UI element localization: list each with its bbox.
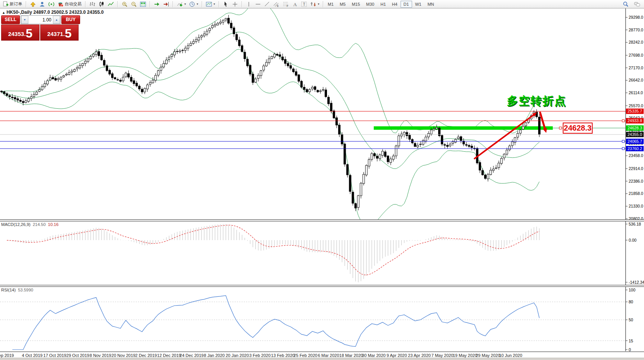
timeframe-button-m1[interactable]: M1 (325, 1, 337, 8)
profile-icon[interactable] (38, 0, 47, 8)
volume-increase-button[interactable]: ▲ (53, 16, 60, 24)
arrows-button[interactable]: ▾ (309, 0, 321, 8)
templates-icon (206, 1, 212, 7)
timeframe-button-h1[interactable]: H1 (377, 1, 389, 8)
line-endpoint-handle[interactable] (622, 147, 624, 150)
candle (282, 57, 284, 60)
fibonacci-button[interactable]: F (281, 0, 290, 8)
periods-button[interactable]: ▾ (187, 0, 200, 8)
dropdown-caret-icon[interactable]: ▾ (318, 2, 319, 6)
timeframe-button-m15[interactable]: M15 (349, 1, 363, 8)
main-chart-canvas[interactable]: 29298.028770.028242.027698.027170.026642… (0, 8, 644, 219)
candle (479, 162, 481, 170)
toolbar-right-icons (621, 0, 644, 8)
zoom-in-button[interactable] (120, 0, 129, 8)
candle (379, 155, 381, 159)
crosshair-button[interactable] (230, 0, 240, 8)
line-endpoint-handle[interactable] (622, 140, 624, 142)
candle (130, 77, 132, 82)
macd-signal-line (7, 225, 539, 275)
sell-price-display[interactable]: 24353.5 (1, 25, 39, 41)
dropdown-caret-icon[interactable]: ▾ (214, 2, 215, 6)
sell-button[interactable]: SELL (1, 15, 20, 24)
equidistant-channel-button[interactable]: E (272, 0, 281, 8)
date-label: 3 Sep 2019 (0, 353, 14, 358)
timeframe-button-w1[interactable]: W1 (412, 1, 425, 8)
rsi-panel-canvas[interactable]: 1008050150 (0, 287, 644, 351)
indicators-button[interactable]: ▾ (175, 0, 187, 8)
candle (1, 91, 3, 92)
svg-text:27170.0: 27170.0 (629, 65, 643, 70)
timeframe-button-m30[interactable]: M30 (363, 1, 377, 8)
candle (301, 81, 302, 87)
candle (233, 28, 235, 34)
candle (171, 54, 173, 57)
new-order-button[interactable]: 新订单 (1, 0, 24, 8)
timeframe-button-d1[interactable]: D1 (401, 1, 412, 8)
candle (106, 65, 108, 70)
auto-trading-button[interactable]: 自动交易 (56, 0, 83, 8)
candle (60, 77, 62, 79)
candle (260, 70, 262, 75)
candle (17, 99, 19, 100)
candle (333, 111, 335, 118)
timeframe-button-h4[interactable]: H4 (389, 1, 401, 8)
toolbar-group: 自动交易 (28, 0, 84, 8)
candle (87, 59, 89, 62)
toolbar-separator (202, 1, 202, 7)
candle (347, 165, 348, 175)
templates-button[interactable]: ▾ (204, 0, 217, 8)
auto-scroll-button[interactable] (152, 0, 161, 8)
line-chart-icon (108, 1, 114, 7)
date-label: 3 Feb 2020 (249, 353, 271, 358)
trendline-button[interactable] (263, 0, 272, 8)
signals-icon[interactable] (47, 0, 56, 8)
volume-input[interactable] (28, 16, 53, 24)
text-button[interactable]: A (290, 0, 299, 8)
svg-text:23458.0: 23458.0 (629, 153, 643, 158)
zoom-out-button[interactable] (129, 0, 138, 8)
candle (484, 175, 486, 178)
tile-windows-button[interactable] (138, 0, 148, 8)
candle (468, 146, 470, 147)
candle (33, 94, 35, 97)
down-trend-arrow[interactable] (540, 113, 545, 128)
text-label-button[interactable]: T (299, 0, 309, 8)
chart-shift-button[interactable] (161, 0, 171, 8)
timeframe-button-m5[interactable]: M5 (337, 1, 348, 8)
up-trend-arrow[interactable] (475, 115, 534, 159)
line-chart-button[interactable] (106, 0, 115, 8)
timeframe-button-mn[interactable]: MN (424, 1, 437, 8)
buy-price-display[interactable]: 24371.5 (40, 25, 79, 41)
candle (120, 80, 122, 81)
vertical-line-button[interactable] (244, 0, 253, 8)
candle (498, 163, 500, 168)
dropdown-caret-icon[interactable]: ▾ (197, 2, 198, 6)
auto-trading-icon (58, 1, 64, 7)
candle (401, 134, 402, 136)
turning-point-annotation[interactable]: 多空转折点 (507, 93, 566, 109)
line-endpoint-handle[interactable] (622, 119, 624, 122)
date-axis[interactable]: 3 Sep 20194 Oct 201917 Oct 201929 Oct 20… (0, 352, 644, 358)
macd-panel-canvas[interactable]: 536.180.00-1412.34 (0, 221, 644, 285)
cursor-button[interactable] (221, 0, 230, 8)
candle (503, 154, 505, 158)
candle (25, 101, 27, 103)
collapse-triangle-icon[interactable]: ▲ (2, 11, 5, 15)
mql-community-icon[interactable] (28, 0, 38, 8)
toolbar-button-label: 自动交易 (65, 1, 82, 7)
buy-button[interactable]: BUY (61, 15, 80, 24)
chat-icon[interactable] (632, 0, 642, 8)
svg-text:536.18: 536.18 (629, 222, 641, 226)
volume-spinner: ▼ ▲ (21, 15, 61, 24)
dropdown-caret-icon[interactable]: ▾ (184, 2, 186, 6)
search-icon[interactable] (621, 0, 630, 8)
band-endpoint-handle[interactable] (559, 127, 562, 129)
date-label: 20 Nov 2019 (112, 353, 135, 358)
bar-chart-button[interactable] (88, 0, 97, 8)
price-level-box-annotation[interactable]: 24628.3 (563, 123, 593, 134)
volume-decrease-button[interactable]: ▼ (21, 16, 28, 24)
candlestick-chart-button[interactable] (97, 0, 106, 8)
candle (495, 168, 497, 169)
horizontal-line-button[interactable] (253, 0, 263, 8)
